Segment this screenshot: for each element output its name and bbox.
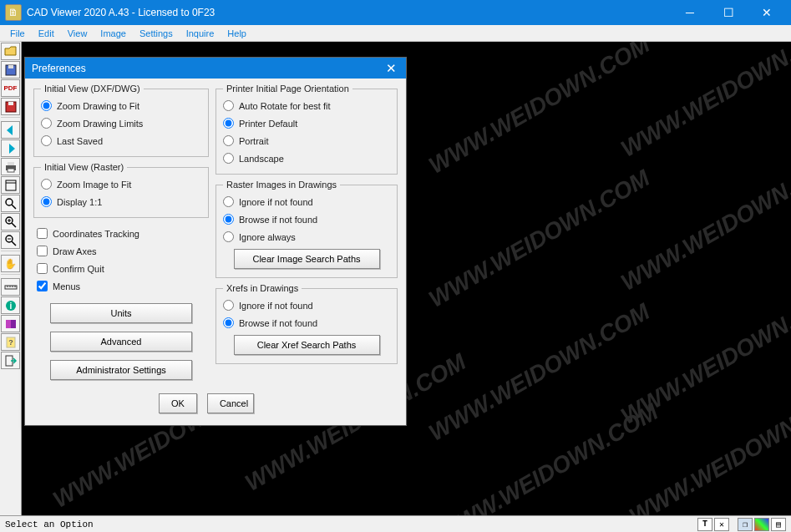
minimize-button[interactable]: ─ bbox=[671, 0, 709, 25]
dialog-titlebar[interactable]: Preferences ✕ bbox=[25, 58, 406, 79]
check-draw-axes[interactable] bbox=[37, 246, 48, 256]
watermark: WWW.WEIDOWN.COM bbox=[424, 42, 654, 180]
menu-help[interactable]: Help bbox=[221, 27, 253, 40]
printer-orientation-legend: Printer Initial Page Orientation bbox=[223, 84, 352, 94]
radio-xref-browse[interactable] bbox=[223, 317, 234, 328]
menu-view[interactable]: View bbox=[61, 27, 94, 40]
label-last-saved[interactable]: Last Saved bbox=[57, 136, 103, 146]
label-portrait[interactable]: Portrait bbox=[239, 136, 268, 146]
check-confirm-quit[interactable] bbox=[37, 263, 48, 274]
radio-last-saved[interactable] bbox=[41, 135, 52, 146]
svg-rect-5 bbox=[8, 162, 14, 165]
status-close-icon[interactable]: ✕ bbox=[714, 518, 729, 531]
radio-zoom-limits[interactable] bbox=[41, 118, 52, 129]
menu-edit[interactable]: Edit bbox=[32, 27, 61, 40]
label-zoom-image-fit[interactable]: Zoom Image to Fit bbox=[57, 180, 131, 190]
label-xref-browse[interactable]: Browse if not found bbox=[239, 318, 317, 328]
radio-portrait[interactable] bbox=[223, 135, 234, 146]
zoom-icon[interactable] bbox=[1, 195, 20, 212]
ruler-icon[interactable] bbox=[1, 278, 20, 296]
radio-browse-not-found[interactable] bbox=[223, 214, 234, 225]
label-landscape[interactable]: Landscape bbox=[239, 154, 284, 164]
check-menus[interactable] bbox=[37, 281, 48, 291]
help-icon[interactable]: ? bbox=[1, 333, 20, 351]
radio-xref-ignore[interactable] bbox=[223, 300, 234, 311]
xrefs-legend: Xrefs in Drawings bbox=[223, 283, 302, 293]
units-button[interactable]: Units bbox=[50, 303, 192, 323]
radio-ignore-always[interactable] bbox=[223, 231, 234, 242]
status-window-icon[interactable]: ❐ bbox=[738, 518, 753, 531]
advanced-button[interactable]: Advanced bbox=[50, 332, 192, 352]
radio-printer-default[interactable] bbox=[223, 118, 234, 129]
label-menus[interactable]: Menus bbox=[53, 281, 80, 291]
window-title: CAD Viewer 2020 A.43 - Licensed to 0F23 bbox=[27, 7, 671, 18]
label-zoom-fit[interactable]: Zoom Drawing to Fit bbox=[57, 101, 139, 111]
menu-settings[interactable]: Settings bbox=[133, 27, 180, 40]
close-button[interactable]: ✕ bbox=[748, 0, 786, 25]
app-icon: 🗎 bbox=[5, 4, 22, 21]
label-ignore-not-found[interactable]: Ignore if not found bbox=[239, 197, 313, 207]
svg-point-9 bbox=[6, 199, 13, 205]
svg-text:?: ? bbox=[8, 338, 13, 347]
radio-zoom-image-fit[interactable] bbox=[41, 179, 52, 190]
dialog-close-icon[interactable]: ✕ bbox=[383, 60, 399, 77]
label-coord-tracking[interactable]: Coordinates Tracking bbox=[53, 229, 139, 239]
zoom-out-icon[interactable] bbox=[1, 231, 20, 249]
label-display-11[interactable]: Display 1:1 bbox=[57, 197, 102, 207]
clear-xref-paths-button[interactable]: Clear Xref Search Paths bbox=[234, 335, 380, 355]
arrow-left-icon[interactable] bbox=[1, 121, 20, 139]
save2-icon[interactable] bbox=[1, 98, 20, 115]
preferences-dialog: Preferences ✕ Initial View (DXF/DWG) Zoo… bbox=[24, 57, 407, 426]
check-coord-tracking[interactable] bbox=[37, 228, 48, 239]
radio-auto-rotate[interactable] bbox=[223, 100, 234, 111]
status-bar: Select an Option T ✕ ❐ ▤ bbox=[0, 515, 791, 532]
window-icon[interactable] bbox=[1, 176, 20, 194]
hand-icon[interactable]: ✋ bbox=[1, 255, 20, 272]
radio-display-11[interactable] bbox=[41, 196, 52, 207]
xrefs-group: Xrefs in Drawings Ignore if not found Br… bbox=[215, 283, 398, 364]
label-zoom-limits[interactable]: Zoom Drawing Limits bbox=[57, 119, 143, 129]
watermark: WWW.WEIDOWN.COM bbox=[616, 148, 791, 296]
menu-inquire[interactable]: Inquire bbox=[180, 27, 221, 40]
menu-bar: File Edit View Image Settings Inquire He… bbox=[0, 25, 791, 42]
status-color-icon[interactable] bbox=[754, 518, 769, 531]
admin-settings-button[interactable]: Administrator Settings bbox=[50, 360, 192, 380]
watermark: WWW.WEIDOWN.COM bbox=[625, 382, 791, 515]
clear-image-paths-button[interactable]: Clear Image Search Paths bbox=[234, 249, 380, 269]
exit-icon[interactable] bbox=[1, 352, 20, 369]
watermark: WWW.WEIDOWN.COM bbox=[433, 398, 662, 515]
label-auto-rotate[interactable]: Auto Rotate for best fit bbox=[239, 101, 330, 111]
label-ignore-always[interactable]: Ignore always bbox=[239, 232, 296, 242]
status-text-tool-icon[interactable]: T bbox=[697, 518, 712, 531]
ok-button[interactable]: OK bbox=[159, 393, 197, 413]
print-icon[interactable] bbox=[1, 158, 20, 175]
maximize-button[interactable]: ☐ bbox=[709, 0, 748, 25]
radio-ignore-not-found[interactable] bbox=[223, 196, 234, 207]
menu-file[interactable]: File bbox=[3, 27, 32, 40]
label-confirm-quit[interactable]: Confirm Quit bbox=[53, 264, 104, 274]
book-icon[interactable] bbox=[1, 315, 20, 332]
watermark: WWW.WEIDOWN.COM bbox=[424, 165, 654, 313]
svg-line-10 bbox=[12, 205, 16, 209]
initial-view-raster-group: Initial View (Raster) Zoom Image to Fit … bbox=[33, 162, 209, 218]
zoom-in-icon[interactable] bbox=[1, 213, 20, 231]
arrow-right-icon[interactable] bbox=[1, 139, 20, 157]
watermark: WWW.WEIDOWN.COM bbox=[616, 42, 791, 163]
save-icon[interactable] bbox=[1, 61, 20, 79]
radio-zoom-fit[interactable] bbox=[41, 100, 52, 111]
status-page-icon[interactable]: ▤ bbox=[771, 518, 786, 531]
radio-landscape[interactable] bbox=[223, 153, 234, 164]
label-draw-axes[interactable]: Draw Axes bbox=[53, 246, 97, 256]
label-browse-not-found[interactable]: Browse if not found bbox=[239, 215, 317, 225]
label-xref-ignore[interactable]: Ignore if not found bbox=[239, 301, 313, 311]
window-titlebar: 🗎 CAD Viewer 2020 A.43 - Licensed to 0F2… bbox=[0, 0, 791, 25]
svg-line-17 bbox=[12, 241, 16, 246]
pdf-icon[interactable]: PDF bbox=[1, 79, 20, 97]
left-toolbar: PDF ✋ i ? bbox=[0, 42, 22, 515]
open-icon[interactable] bbox=[1, 43, 20, 60]
label-printer-default[interactable]: Printer Default bbox=[239, 119, 297, 129]
menu-image[interactable]: Image bbox=[94, 27, 133, 40]
initial-view-dxf-legend: Initial View (DXF/DWG) bbox=[41, 84, 144, 94]
info-icon[interactable]: i bbox=[1, 296, 20, 314]
watermark: WWW.WEIDOWN.COM bbox=[616, 281, 791, 430]
